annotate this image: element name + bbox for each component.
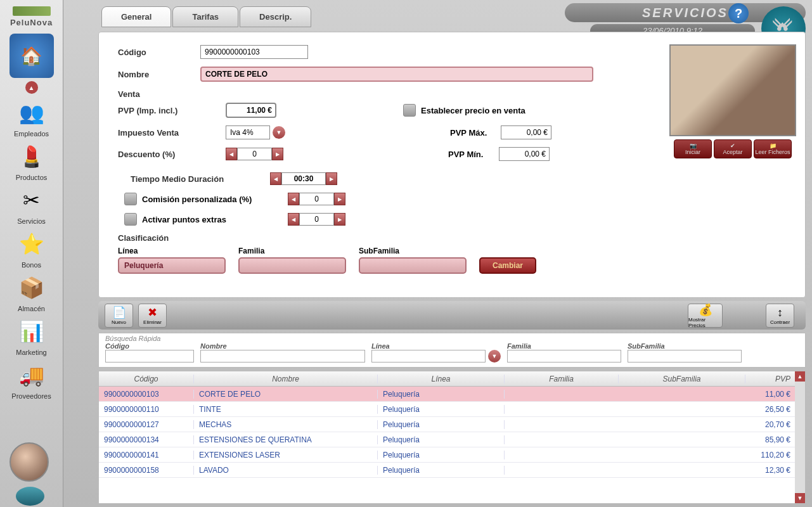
pvpmax-input[interactable]	[501, 125, 551, 139]
search-subfam-input[interactable]	[628, 350, 742, 363]
spin-up-icon[interactable]: ▶	[326, 172, 337, 185]
pvpmin-input[interactable]	[499, 147, 550, 161]
nombre-input[interactable]	[200, 67, 593, 82]
search-linea-input[interactable]	[371, 350, 486, 363]
search-nombre-label: Nombre	[200, 342, 365, 350]
cambiar-button[interactable]: Cambiar	[479, 257, 536, 274]
pvp-input[interactable]	[226, 103, 276, 118]
search-familia-input[interactable]	[507, 350, 621, 363]
scroll-down-icon[interactable]: ▼	[795, 493, 805, 503]
comision-input[interactable]	[299, 193, 334, 205]
home-button[interactable]: 🏠	[6, 34, 57, 78]
sidebar: PeluNova 🏠 ▲ 👥Empleados💄Productos✂Servic…	[0, 0, 63, 507]
table-header: Código Nombre Línea Familia SubFamilia P…	[99, 371, 805, 387]
pvp-label: PVP (Imp. incl.)	[118, 106, 226, 115]
codigo-label: Código	[118, 48, 200, 57]
sidebar-icon: 👥	[16, 97, 48, 129]
linea-label: Línea	[118, 247, 226, 255]
user-avatar[interactable]	[10, 442, 49, 482]
spin-down-icon[interactable]: ◀	[288, 213, 299, 226]
impuesto-dropdown[interactable]: ▼	[273, 126, 285, 139]
table-row[interactable]: 9900000000134ESTENSIONES DE QUERATINAPel…	[99, 432, 805, 447]
nuevo-button[interactable]: 📄Nuevo	[105, 304, 133, 328]
sidebar-item-bonos[interactable]: ⭐Bonos	[6, 228, 57, 269]
search-subfam-label: SubFamilia	[628, 342, 742, 350]
photo-panel: 📷Iniciar ✔Aceptar 📁Leer Ficheros	[669, 44, 796, 158]
bottom-decoration	[16, 487, 44, 506]
sidebar-icon: ⭐	[16, 228, 48, 260]
establecer-checkbox[interactable]	[403, 104, 416, 117]
table-row[interactable]: 9900000000127MECHASPeluquería20,70 €	[99, 417, 805, 432]
table-row[interactable]: 9900000000103CORTE DE PELOPeluquería11,0…	[99, 387, 805, 402]
help-button[interactable]: ?	[728, 3, 749, 23]
table-scrollbar[interactable]: ▲ ▼	[795, 371, 805, 503]
sidebar-item-proveedores[interactable]: 🚚Proveedores	[6, 359, 57, 400]
clasificacion-header: Clasificación	[118, 233, 786, 243]
search-codigo-label: Código	[105, 342, 194, 350]
comision-spinner[interactable]: ◀ ▶	[288, 193, 345, 205]
sidebar-item-label: Bonos	[6, 261, 57, 269]
sidebar-item-productos[interactable]: 💄Productos	[6, 141, 57, 181]
codigo-input[interactable]	[200, 45, 308, 59]
tab-bar: General Tarifas Descrip.	[101, 6, 313, 27]
search-linea-label: Línea	[371, 342, 501, 350]
search-linea-dropdown[interactable]: ▼	[488, 350, 501, 363]
scroll-up-icon[interactable]: ▲	[795, 371, 805, 382]
comision-label: Comisión personalizada (%)	[142, 195, 288, 204]
tab-general[interactable]: General	[101, 6, 171, 27]
iniciar-button[interactable]: 📷Iniciar	[674, 139, 712, 158]
spin-up-icon[interactable]: ▶	[334, 213, 345, 226]
spin-down-icon[interactable]: ◀	[270, 172, 281, 185]
familia-input[interactable]	[238, 257, 346, 274]
table-row[interactable]: 9900000000158LAVADOPeluquería12,30 €	[99, 463, 805, 478]
subfamilia-input[interactable]	[359, 257, 467, 274]
tab-descrip[interactable]: Descrip.	[240, 6, 311, 27]
contraer-button[interactable]: ↕Contraer	[766, 304, 794, 328]
tiempo-spinner[interactable]: ◀ ▶	[270, 172, 337, 185]
sidebar-item-label: Proveedores	[6, 392, 57, 400]
eliminar-button[interactable]: ✖Eliminar	[138, 304, 167, 328]
search-codigo-input[interactable]	[105, 350, 194, 363]
linea-input[interactable]	[118, 257, 226, 274]
mostrar-precios-button[interactable]: 💰Mostrar Precios	[688, 304, 723, 328]
spin-down-icon[interactable]: ◀	[288, 193, 299, 205]
quick-search-panel: Búsqueda Rápida Código Nombre Línea▼ Fam…	[98, 333, 806, 368]
comision-checkbox[interactable]	[124, 193, 137, 205]
search-nombre-input[interactable]	[200, 350, 365, 363]
sidebar-icon: 🚚	[16, 359, 48, 391]
app-logo: PeluNova	[3, 3, 60, 30]
home-icon: 🏠	[10, 34, 54, 78]
spin-up-icon[interactable]: ▶	[272, 148, 283, 160]
search-title: Búsqueda Rápida	[105, 335, 799, 342]
table-row[interactable]: 9900000000110TINTEPeluquería26,50 €	[99, 402, 805, 417]
nombre-label: Nombre	[118, 70, 200, 79]
sidebar-item-marketing[interactable]: 📊Marketing	[6, 316, 57, 356]
sidebar-item-label: Empleados	[6, 130, 57, 138]
sidebar-icon: 📦	[16, 272, 48, 304]
sidebar-icon: 💄	[16, 141, 48, 172]
aceptar-button[interactable]: ✔Aceptar	[714, 139, 752, 158]
spin-up-icon[interactable]: ▶	[334, 193, 345, 205]
sidebar-item-label: Almacén	[6, 305, 57, 312]
sidebar-item-label: Marketing	[6, 349, 57, 356]
puntos-input[interactable]	[299, 213, 334, 226]
tiempo-input[interactable]	[281, 172, 326, 185]
table-row[interactable]: 9900000000141EXTENSIONES LASERPeluquería…	[99, 447, 805, 463]
sidebar-item-empleados[interactable]: 👥Empleados	[6, 97, 57, 138]
descuento-spinner[interactable]: ◀ ▶	[226, 148, 283, 160]
tab-tarifas[interactable]: Tarifas	[172, 6, 238, 27]
descuento-label: Descuento (%)	[118, 150, 226, 159]
descuento-input[interactable]	[237, 148, 272, 160]
familia-label: Familia	[238, 247, 346, 255]
puntos-spinner[interactable]: ◀ ▶	[288, 213, 345, 226]
sidebar-item-servicios[interactable]: ✂Servicios	[6, 184, 57, 225]
impuesto-input[interactable]	[226, 125, 270, 139]
sidebar-item-almacén[interactable]: 📦Almacén	[6, 272, 57, 312]
sidebar-scroll-up[interactable]: ▲	[25, 81, 38, 94]
impuesto-label: Impuesto Venta	[118, 128, 226, 138]
spin-down-icon[interactable]: ◀	[226, 148, 237, 160]
leer-button[interactable]: 📁Leer Ficheros	[754, 139, 792, 158]
pvpmax-label: PVP Máx.	[450, 128, 501, 138]
sidebar-icon: 📊	[16, 316, 48, 347]
puntos-checkbox[interactable]	[124, 213, 137, 226]
